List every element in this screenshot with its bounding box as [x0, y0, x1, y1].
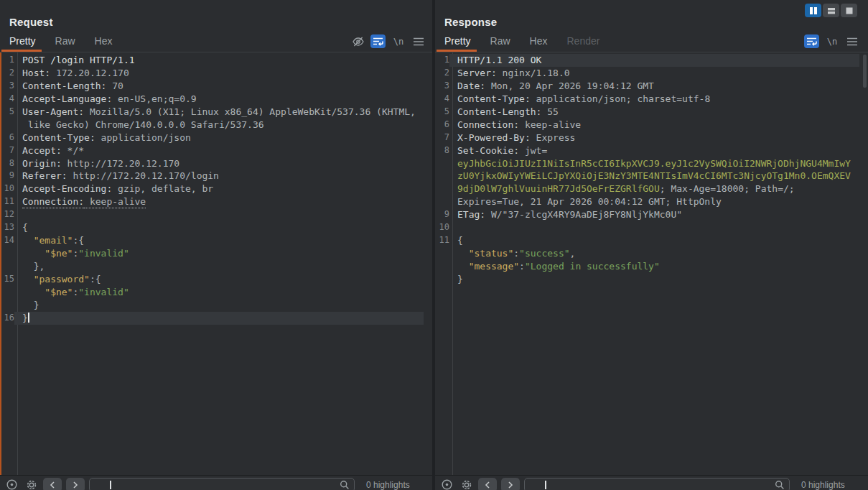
- code-row: like Gecko) Chrome/140.0.0.0 Safari/537.…: [0, 119, 432, 131]
- code-line-text: Content-Length: 55: [449, 106, 859, 119]
- word-wrap-icon[interactable]: [804, 34, 819, 48]
- hidden-chars-eye-slash-icon[interactable]: [351, 34, 365, 48]
- request-tabs: PrettyRawHex: [9, 35, 132, 47]
- code-row: zU0YjkxOWIyYWEiLCJpYXQiOjE3NzY3MTE4NTIsI…: [435, 170, 868, 182]
- request-editor[interactable]: 1POST /login HTTP/1.12Host: 172.20.12.17…: [0, 52, 432, 475]
- code-row: }: [0, 299, 432, 312]
- line-number: 1: [0, 54, 14, 67]
- code-line-text: Date: Mon, 20 Apr 2026 19:04:12 GMT: [449, 80, 859, 93]
- line-number: 12: [0, 208, 14, 221]
- response-editor[interactable]: 1HTTP/1.1 200 OK2Server: nginx/1.18.03Da…: [435, 52, 868, 475]
- menu-icon[interactable]: [846, 34, 859, 48]
- gear-icon[interactable]: [460, 479, 473, 490]
- line-number: 8: [435, 144, 449, 157]
- code-row: 2Host: 172.20.12.170: [0, 67, 432, 80]
- code-row: Expires=Tue, 21 Apr 2026 00:04:12 GMT; H…: [435, 195, 868, 208]
- previous-match-button[interactable]: [478, 478, 497, 490]
- line-number: 6: [435, 119, 449, 131]
- menu-icon[interactable]: [412, 34, 425, 48]
- code-line-text: zU0YjkxOWIyYWEiLCJpYXQiOjE3NzY3MTE4NTIsI…: [449, 170, 859, 182]
- code-line-text: Origin: http://172.20.12.170: [14, 157, 424, 170]
- next-match-button[interactable]: [501, 478, 520, 490]
- code-line-text: Connection: keep-alive: [14, 195, 424, 208]
- request-search-bar: 0 highlights: [0, 475, 432, 490]
- columns-layout-icon[interactable]: [805, 4, 821, 17]
- single-pane-icon[interactable]: [841, 4, 857, 17]
- code-row: 10: [435, 221, 868, 234]
- code-row: 11{: [435, 234, 868, 247]
- code-row: "message":"Logged in successfully": [435, 260, 868, 273]
- line-number: [0, 119, 14, 131]
- code-line-text: Referer: http://172.20.12.170/login: [14, 170, 424, 182]
- line-number: 11: [435, 234, 449, 247]
- line-number: 4: [0, 93, 14, 106]
- line-number: 8: [0, 157, 14, 170]
- tab-raw[interactable]: Raw: [490, 35, 510, 47]
- search-input[interactable]: [89, 478, 355, 490]
- code-row: 9ETag: W/"37-zlcgX4RY9AaDEj8FY8NljYkMc0U…: [435, 208, 868, 221]
- code-line-text: "status":"success",: [449, 247, 859, 260]
- line-number: [435, 182, 449, 195]
- code-line-text: HTTP/1.1 200 OK: [449, 54, 859, 67]
- code-row: 1POST /login HTTP/1.1: [0, 54, 432, 67]
- magnifier-icon[interactable]: [775, 480, 785, 490]
- next-match-button[interactable]: [66, 478, 85, 490]
- search-input[interactable]: [524, 478, 790, 490]
- code-line-text: [14, 208, 424, 221]
- code-row: 16}: [0, 312, 432, 325]
- code-line-text: Content-Type: application/json: [14, 131, 424, 144]
- code-row: 8Origin: http://172.20.12.170: [0, 157, 432, 170]
- code-line-text: {: [14, 221, 424, 234]
- code-row: },: [0, 260, 432, 273]
- layout-toggle-group: [805, 4, 857, 17]
- tab-hex[interactable]: Hex: [95, 35, 113, 47]
- code-row: 2Server: nginx/1.18.0: [435, 67, 868, 80]
- newline-icon[interactable]: \n: [826, 34, 839, 48]
- response-title: Response: [444, 16, 497, 28]
- code-row: 9Referer: http://172.20.12.170/login: [0, 170, 432, 182]
- code-line-text: }: [449, 273, 859, 286]
- response-search-bar: 0 highlights: [435, 475, 868, 490]
- magnifier-icon[interactable]: [340, 480, 350, 490]
- line-number: 3: [0, 80, 14, 93]
- code-line-text: POST /login HTTP/1.1: [14, 54, 424, 67]
- tab-pretty[interactable]: Pretty: [444, 35, 471, 47]
- tab-raw[interactable]: Raw: [55, 35, 75, 47]
- line-number: 6: [0, 131, 14, 144]
- line-number: 7: [0, 144, 14, 157]
- code-row: 5User-Agent: Mozilla/5.0 (X11; Linux x86…: [0, 106, 432, 119]
- code-line-text: ETag: W/"37-zlcgX4RY9AaDEj8FY8NljYkMc0U": [449, 208, 859, 221]
- text-cursor: [28, 313, 29, 323]
- code-row: 5Content-Length: 55: [435, 106, 868, 119]
- word-wrap-icon[interactable]: [370, 34, 386, 48]
- line-number: 13: [0, 221, 14, 234]
- line-number: 4: [435, 93, 449, 106]
- line-number: [0, 260, 14, 273]
- target-icon[interactable]: [6, 479, 18, 490]
- code-line-text: Content-Length: 70: [14, 80, 424, 93]
- code-row: 3Date: Mon, 20 Apr 2026 19:04:12 GMT: [435, 80, 868, 93]
- code-line-text: Server: nginx/1.18.0: [449, 67, 859, 80]
- tab-pretty[interactable]: Pretty: [9, 35, 36, 47]
- line-number: 9: [435, 208, 449, 221]
- code-line-text: Accept-Language: en-US,en;q=0.9: [14, 93, 424, 106]
- highlights-count-label: 0 highlights: [801, 480, 845, 490]
- line-number: [0, 247, 14, 260]
- code-row: "status":"success",: [435, 247, 868, 260]
- line-number: [0, 286, 14, 299]
- code-row: 13{: [0, 221, 432, 234]
- tab-hex[interactable]: Hex: [530, 35, 548, 47]
- request-code: 1POST /login HTTP/1.12Host: 172.20.12.17…: [0, 54, 432, 325]
- code-line-text: Host: 172.20.12.170: [14, 67, 424, 80]
- code-line-text: {: [449, 234, 859, 247]
- newline-icon[interactable]: \n: [392, 34, 405, 48]
- scrollbar-thumb[interactable]: [863, 55, 867, 88]
- code-row: 14 "email":{: [0, 234, 432, 247]
- code-line-text: "$ne":"invalid": [14, 286, 424, 299]
- previous-match-button[interactable]: [43, 478, 62, 490]
- code-line-text: eyJhbGciOiJIUzI1NiIsInR5cCI6IkpXVCJ9.eyJ…: [449, 157, 859, 170]
- target-icon[interactable]: [441, 479, 453, 490]
- gear-icon[interactable]: [25, 479, 38, 490]
- code-line-text: "$ne":"invalid": [14, 247, 424, 260]
- rows-layout-icon[interactable]: [823, 4, 839, 17]
